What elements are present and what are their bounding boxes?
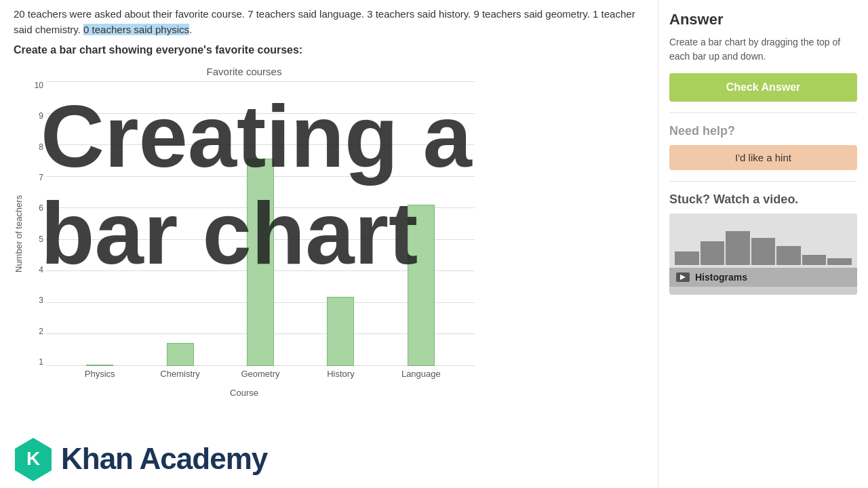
y-tick-8: 8 — [30, 143, 43, 151]
hist-bar-7 — [827, 258, 852, 265]
y-tick-2: 2 — [30, 327, 43, 336]
y-tick-10: 10 — [30, 81, 43, 89]
y-tick-9: 9 — [30, 112, 43, 120]
x-labels: Physics Chemistry Geometry History Langu… — [46, 366, 475, 386]
y-tick-7: 7 — [30, 174, 43, 182]
histogram-preview — [669, 214, 857, 268]
x-label-chemistry: Chemistry — [140, 366, 220, 386]
x-label-geometry: Geometry — [220, 366, 300, 386]
ka-text: Khan Academy — [61, 442, 267, 476]
video-title: Histograms — [695, 272, 747, 283]
bar-language[interactable] — [381, 205, 461, 366]
bar-geometry-fill[interactable] — [247, 159, 274, 366]
video-label-bar: Histograms — [669, 268, 857, 287]
x-label-physics: Physics — [60, 366, 140, 386]
highlighted-text: 0 teachers said physics — [83, 24, 189, 35]
svg-text:K: K — [26, 448, 40, 469]
bar-history-fill[interactable] — [327, 297, 354, 366]
bars-area — [46, 81, 475, 366]
x-label-language: Language — [381, 366, 461, 386]
stuck-title: Stuck? Watch a video. — [669, 192, 857, 207]
hist-bar-6 — [802, 255, 827, 265]
task-text: Create a bar chart showing everyone's fa… — [14, 44, 644, 56]
y-tick-3: 3 — [30, 296, 43, 304]
svg-marker-2 — [680, 274, 686, 280]
hist-bar-3 — [726, 231, 750, 265]
problem-text-after: . — [189, 24, 192, 35]
stuck-section: Stuck? Watch a video. Histograms — [669, 192, 857, 295]
divider-2 — [669, 181, 857, 182]
grid-and-bars: Physics Chemistry Geometry History Langu… — [46, 81, 475, 386]
ka-hex-icon: K — [14, 436, 53, 481]
video-thumbnail[interactable]: Histograms — [669, 214, 857, 295]
need-help-section: Need help? I'd like a hint — [669, 124, 857, 170]
main-content: 20 teachers were asked about their favor… — [0, 0, 658, 488]
answer-section: Answer Create a bar chart by dragging th… — [669, 11, 857, 102]
hist-bar-2 — [701, 241, 725, 265]
problem-text: 20 teachers were asked about their favor… — [14, 7, 644, 37]
hist-bar-5 — [776, 246, 801, 265]
y-tick-6: 6 — [30, 204, 43, 212]
chart-title: Favorite courses — [14, 66, 475, 77]
hist-bar-4 — [751, 238, 776, 265]
bar-history[interactable] — [300, 297, 380, 366]
hist-bar-1 — [675, 251, 699, 265]
y-axis-label: Number of teachers — [14, 81, 30, 386]
hint-button[interactable]: I'd like a hint — [669, 145, 857, 170]
bar-chemistry-fill[interactable] — [167, 343, 194, 366]
y-tick-4: 4 — [30, 266, 43, 274]
bar-geometry[interactable] — [220, 159, 300, 366]
khan-academy-logo: K Khan Academy — [14, 436, 267, 481]
bar-chemistry[interactable] — [140, 343, 220, 366]
y-ticks: 1 2 3 4 5 6 7 8 9 10 — [30, 81, 46, 386]
x-axis-title: Course — [14, 388, 475, 398]
answer-desc: Create a bar chart by dragging the top o… — [669, 35, 857, 64]
check-answer-button[interactable]: Check Answer — [669, 73, 857, 102]
y-tick-1: 1 — [30, 358, 43, 366]
chart-container: Favorite courses Number of teachers 1 2 … — [14, 66, 475, 405]
divider-1 — [669, 113, 857, 113]
bar-language-fill[interactable] — [408, 205, 435, 366]
sidebar: Answer Create a bar chart by dragging th… — [658, 0, 868, 488]
x-label-history: History — [300, 366, 380, 386]
need-help-title: Need help? — [669, 124, 857, 138]
answer-title: Answer — [669, 11, 857, 28]
y-tick-5: 5 — [30, 235, 43, 243]
video-play-icon — [676, 272, 690, 282]
